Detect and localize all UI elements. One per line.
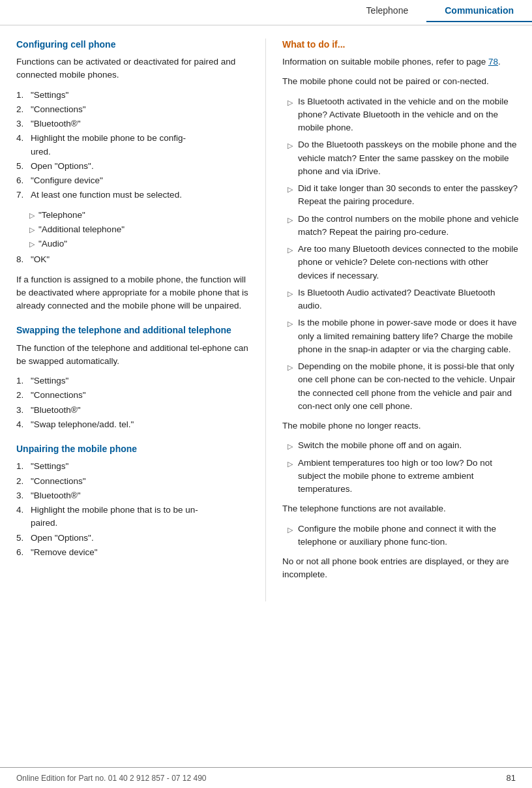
sub-steps-configuring: ▷"Telephone" ▷"Additional telephone" ▷"A… [16, 209, 252, 251]
list-item: 4."Swap telephone/add. tel." [16, 418, 252, 431]
list-item: 3."Bluetooth®" [16, 117, 252, 130]
list-item: ▷Is Bluetooth activated in the vehicle a… [282, 95, 519, 135]
heading-configuring-cell-phone: Configuring cell phone [16, 38, 252, 50]
list-item: 2."Connections" [16, 475, 252, 488]
list-item: 1."Settings" [16, 89, 252, 102]
list-item: 5.Open "Options". [16, 160, 252, 173]
list-item: 3."Bluetooth®" [16, 489, 252, 502]
footer-page: 81 [507, 773, 516, 783]
list-item: 8."OK" [16, 253, 252, 266]
steps-swapping: 1."Settings" 2."Connections" 3."Bluetoot… [16, 374, 252, 431]
footer-text: Online Edition for Part no. 01 40 2 912 … [16, 774, 207, 783]
list-item: ▷Do the Bluetooth passkeys on the mobile… [282, 138, 519, 178]
header-tabs: Telephone Communication [348, 0, 532, 22]
heading-swapping-telephone: Swapping the telephone and additional te… [16, 324, 252, 336]
list-item: 6."Configure device" [16, 174, 252, 187]
list-item: ▷"Audio" [29, 237, 252, 250]
list-item: ▷Is Bluetooth Audio activated? Deactivat… [282, 286, 519, 313]
list-item: ▷Ambient temperatures too high or too lo… [282, 457, 519, 496]
list-item: 2."Connections" [16, 389, 252, 402]
list-item: ▷"Additional telephone" [29, 223, 252, 236]
right-column: What to do if... Information on suitable… [266, 38, 532, 601]
tab-telephone[interactable]: Telephone [348, 0, 427, 22]
list-item: ▷Do the control numbers on the mobile ph… [282, 213, 519, 239]
list-item: ▷Is the mobile phone in power-save mode … [282, 316, 519, 356]
bullets-no-longer-reacts: ▷Switch the mobile phone off and on agai… [282, 439, 519, 496]
heading-unpairing: Unpairing the mobile phone [16, 443, 252, 455]
bullets-not-paired: ▷Is Bluetooth activated in the vehicle a… [282, 95, 519, 414]
list-item: ▷"Telephone" [29, 209, 252, 222]
closing-right: No or not all phone book entries are dis… [282, 555, 519, 582]
intro-configuring: Functions can be activated or deactivate… [16, 55, 252, 82]
list-item: ▷Depending on the mobile phone, it is po… [282, 360, 519, 413]
bullets-functions-not-available: ▷Configure the mobile phone and connect … [282, 523, 519, 549]
para-no-longer-reacts: The mobile phone no longer reacts. [282, 419, 519, 432]
list-item: 3."Bluetooth®" [16, 404, 252, 417]
list-item: 4.Highlight the mobile phone to be confi… [16, 132, 252, 159]
list-item: 1."Settings" [16, 460, 252, 473]
list-item: ▷Are too many Bluetooth devices connecte… [282, 243, 519, 282]
section-configuring-cell-phone: Configuring cell phone Functions can be … [16, 38, 252, 312]
page-link[interactable]: 78 [488, 57, 498, 67]
steps-configuring: 1."Settings" 2."Connections" 3."Bluetoot… [16, 89, 252, 202]
list-item: 1."Settings" [16, 374, 252, 387]
list-item: ▷Switch the mobile phone off and on agai… [282, 439, 519, 452]
left-column: Configuring cell phone Functions can be … [0, 38, 266, 601]
section-unpairing-mobile-phone: Unpairing the mobile phone 1."Settings" … [16, 443, 252, 559]
header: Telephone Communication [0, 0, 532, 25]
closing-configuring: If a function is assigned to a mobile ph… [16, 273, 252, 313]
list-item: 6."Remove device" [16, 546, 252, 559]
list-item: 2."Connections" [16, 103, 252, 116]
footer: Online Edition for Part no. 01 40 2 912 … [0, 767, 532, 788]
steps-unpairing: 1."Settings" 2."Connections" 3."Bluetoot… [16, 460, 252, 559]
heading-what-to-do: What to do if... [282, 38, 519, 50]
list-item: 4.Highlight the mobile phone that is to … [16, 504, 252, 530]
list-item: 7.At least one function must be selected… [16, 189, 252, 202]
intro-swapping: The function of the telephone and additi… [16, 342, 252, 369]
section-swapping-telephone: Swapping the telephone and additional te… [16, 324, 252, 431]
intro-what-to-do: Information on suitable mobile phones, r… [282, 55, 519, 68]
tab-communication[interactable]: Communication [426, 0, 532, 22]
list-item: ▷Configure the mobile phone and connect … [282, 523, 519, 549]
para-functions-not-available: The telephone functions are not availabl… [282, 502, 519, 515]
list-item: ▷Did it take longer than 30 seconds to e… [282, 182, 519, 209]
para-not-paired: The mobile phone could not be paired or … [282, 75, 519, 88]
main-content: Configuring cell phone Functions can be … [0, 25, 532, 601]
final-steps-configuring: 8."OK" [16, 253, 252, 266]
list-item: 5.Open "Options". [16, 532, 252, 545]
